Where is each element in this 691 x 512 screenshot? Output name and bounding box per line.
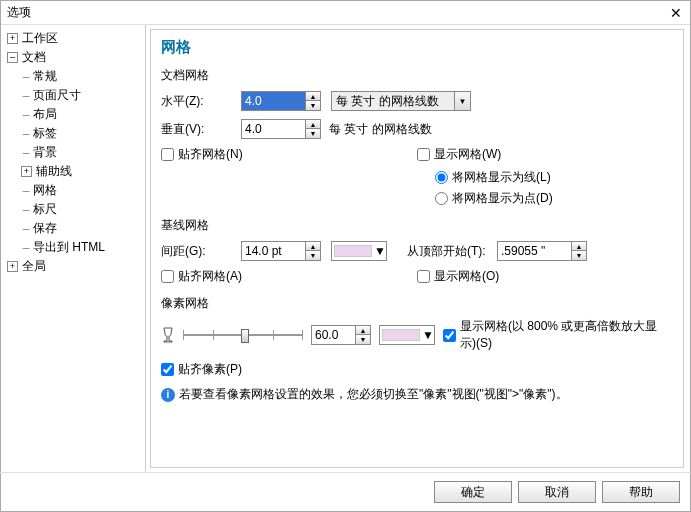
expand-icon[interactable]: + xyxy=(7,261,18,272)
expand-icon[interactable]: + xyxy=(7,33,18,44)
snap-grid-a-checkbox[interactable]: 贴齐网格(A) xyxy=(161,268,417,285)
snap-grid-n-checkbox[interactable]: 贴齐网格(N) xyxy=(161,146,417,163)
spin-down-icon[interactable]: ▼ xyxy=(356,335,370,344)
category-tree: + 工作区 – 文档 –常规 –页面尺寸 –布局 –标签 –背景 +辅助线 –网… xyxy=(1,25,146,472)
chevron-down-icon[interactable]: ▼ xyxy=(374,244,386,258)
vert-input[interactable] xyxy=(242,120,305,138)
wine-glass-icon xyxy=(161,327,175,343)
chevron-down-icon[interactable]: ▼ xyxy=(454,92,470,110)
vert-spinner[interactable]: ▲▼ xyxy=(241,119,321,139)
chevron-down-icon[interactable]: ▼ xyxy=(422,328,434,342)
tree-tags[interactable]: –标签 xyxy=(3,124,143,143)
tree-global[interactable]: + 全局 xyxy=(3,257,143,276)
spin-down-icon[interactable]: ▼ xyxy=(306,101,320,110)
tree-grid[interactable]: –网格 xyxy=(3,181,143,200)
show-grid-s-checkbox[interactable]: 显示网格(以 800% 或更高倍数放大显示)(S) xyxy=(443,318,673,352)
spacing-label: 间距(G): xyxy=(161,243,241,260)
expand-icon[interactable]: + xyxy=(21,166,32,177)
pixel-title: 像素网格 xyxy=(161,295,673,312)
pixel-opacity-slider[interactable] xyxy=(183,326,303,344)
close-icon[interactable]: ✕ xyxy=(668,5,684,21)
baseline-color-picker[interactable]: ▼ xyxy=(331,241,387,261)
color-swatch xyxy=(334,245,372,257)
tree-ruler[interactable]: –标尺 xyxy=(3,200,143,219)
spin-up-icon[interactable]: ▲ xyxy=(572,242,586,251)
tree-guides[interactable]: +辅助线 xyxy=(3,162,143,181)
units-select[interactable]: 每 英寸 的网格线数 ▼ xyxy=(331,91,471,111)
spin-down-icon[interactable]: ▼ xyxy=(306,251,320,260)
spin-up-icon[interactable]: ▲ xyxy=(306,92,320,101)
spacing-input[interactable] xyxy=(242,242,305,260)
tree-general[interactable]: –常规 xyxy=(3,67,143,86)
show-grid-w-checkbox[interactable]: 显示网格(W) xyxy=(417,146,673,163)
spin-up-icon[interactable]: ▲ xyxy=(306,242,320,251)
horiz-spinner[interactable]: ▲▼ xyxy=(241,91,321,111)
window-title: 选项 xyxy=(7,4,31,21)
tree-background[interactable]: –背景 xyxy=(3,143,143,162)
ppi-spinner[interactable]: ▲▼ xyxy=(311,325,371,345)
baseline-title: 基线网格 xyxy=(161,217,673,234)
color-swatch xyxy=(382,329,420,341)
horiz-input[interactable] xyxy=(242,92,305,110)
tree-workspace[interactable]: + 工作区 xyxy=(3,29,143,48)
spin-down-icon[interactable]: ▼ xyxy=(306,129,320,138)
vert-label: 垂直(V): xyxy=(161,121,241,138)
start-input[interactable] xyxy=(498,242,571,260)
titlebar: 选项 ✕ xyxy=(1,1,690,25)
collapse-icon[interactable]: – xyxy=(7,52,18,63)
dialog-footer: 确定 取消 帮助 xyxy=(1,473,690,511)
snap-pixel-p-checkbox[interactable]: 贴齐像素(P) xyxy=(161,361,242,378)
tree-pagesize[interactable]: –页面尺寸 xyxy=(3,86,143,105)
spin-down-icon[interactable]: ▼ xyxy=(572,251,586,260)
tree-layout[interactable]: –布局 xyxy=(3,105,143,124)
grid-as-lines-radio[interactable]: 将网格显示为线(L) xyxy=(435,169,673,186)
tree-document[interactable]: – 文档 xyxy=(3,48,143,67)
tree-save[interactable]: –保存 xyxy=(3,219,143,238)
help-button[interactable]: 帮助 xyxy=(602,481,680,503)
ok-button[interactable]: 确定 xyxy=(434,481,512,503)
doc-grid-title: 文档网格 xyxy=(161,67,673,84)
spacing-spinner[interactable]: ▲▼ xyxy=(241,241,321,261)
spin-up-icon[interactable]: ▲ xyxy=(306,120,320,129)
ppi-input[interactable] xyxy=(312,326,355,344)
start-spinner[interactable]: ▲▼ xyxy=(497,241,587,261)
horiz-label: 水平(Z): xyxy=(161,93,241,110)
units-static: 每 英寸 的网格线数 xyxy=(329,121,432,138)
pixel-color-picker[interactable]: ▼ xyxy=(379,325,435,345)
show-grid-o-checkbox[interactable]: 显示网格(O) xyxy=(417,268,673,285)
tree-exporthtml[interactable]: –导出到 HTML xyxy=(3,238,143,257)
info-note: i 若要查看像素网格设置的效果，您必须切换至"像素"视图("视图">"像素")。 xyxy=(161,386,673,403)
grid-as-dots-radio[interactable]: 将网格显示为点(D) xyxy=(435,190,673,207)
panel-heading: 网格 xyxy=(161,38,673,57)
grid-panel: 网格 文档网格 水平(Z): ▲▼ 每 英寸 的网格线数 ▼ 垂直(V): xyxy=(150,29,684,468)
cancel-button[interactable]: 取消 xyxy=(518,481,596,503)
start-label: 从顶部开始(T): xyxy=(407,243,497,260)
info-icon: i xyxy=(161,388,175,402)
dialog-body: + 工作区 – 文档 –常规 –页面尺寸 –布局 –标签 –背景 +辅助线 –网… xyxy=(1,25,690,472)
slider-thumb[interactable] xyxy=(241,329,249,343)
spin-up-icon[interactable]: ▲ xyxy=(356,326,370,335)
options-dialog: 选项 ✕ + 工作区 – 文档 –常规 –页面尺寸 –布局 –标签 –背景 +辅… xyxy=(0,0,691,512)
